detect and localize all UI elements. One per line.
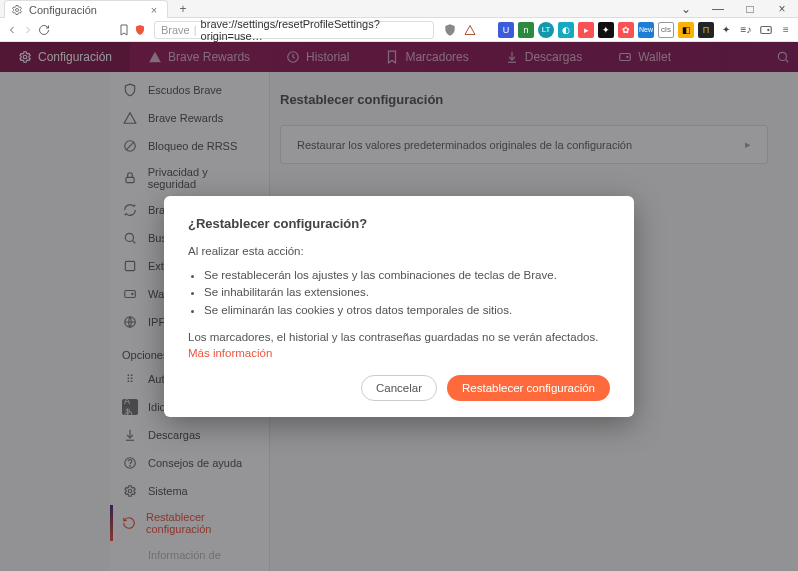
ext-icon[interactable]: LT bbox=[538, 22, 554, 38]
url-brand: Brave bbox=[161, 24, 190, 36]
dialog-bullets: Se restablecerán los ajustes y las combi… bbox=[188, 267, 610, 319]
wallet-icon[interactable] bbox=[758, 22, 774, 38]
url-path: brave://settings/resetProfileSettings?or… bbox=[201, 18, 427, 42]
ext-icon[interactable]: Π bbox=[698, 22, 714, 38]
puzzle-icon[interactable]: ✦ bbox=[718, 22, 734, 38]
cancel-button[interactable]: Cancelar bbox=[361, 375, 437, 401]
ext-icon[interactable]: n bbox=[518, 22, 534, 38]
new-tab-button[interactable]: + bbox=[174, 0, 192, 18]
menu-icon[interactable]: ≡ bbox=[778, 22, 794, 38]
back-button[interactable] bbox=[6, 21, 18, 39]
svg-rect-1 bbox=[761, 26, 772, 33]
browser-tab[interactable]: Configuración × bbox=[4, 0, 168, 18]
ext-icon[interactable]: ✿ bbox=[618, 22, 634, 38]
svg-point-0 bbox=[16, 8, 19, 11]
ext-icon[interactable]: cls bbox=[658, 22, 674, 38]
shield-icon[interactable] bbox=[134, 21, 146, 39]
svg-point-2 bbox=[768, 29, 769, 30]
reset-settings-dialog: ¿Restablecer configuración? Al realizar … bbox=[164, 196, 634, 417]
dialog-footer: Los marcadores, el historial y las contr… bbox=[188, 329, 610, 361]
ext-icon[interactable]: ◧ bbox=[678, 22, 694, 38]
confirm-reset-button[interactable]: Restablecer configuración bbox=[447, 375, 610, 401]
reload-button[interactable] bbox=[38, 21, 50, 39]
url-input[interactable]: Brave | brave://settings/resetProfileSet… bbox=[154, 21, 434, 39]
close-window-button[interactable]: × bbox=[766, 0, 798, 18]
close-tab-button[interactable]: × bbox=[147, 3, 161, 17]
triangle-icon[interactable] bbox=[462, 22, 478, 38]
forward-button[interactable] bbox=[22, 21, 34, 39]
playlist-icon[interactable]: ≡♪ bbox=[738, 22, 754, 38]
extension-icons: U n LT ◐ ▸ ✦ ✿ New cls ◧ Π ✦ ≡♪ ≡ bbox=[442, 22, 794, 38]
window-titlebar: Configuración × + ⌄ — □ × bbox=[0, 0, 798, 18]
caret-down-icon[interactable]: ⌄ bbox=[670, 0, 702, 18]
url-toolbar: Brave | brave://settings/resetProfileSet… bbox=[0, 18, 798, 42]
ext-icon[interactable]: New bbox=[638, 22, 654, 38]
brave-logo-icon[interactable] bbox=[442, 22, 458, 38]
tab-title: Configuración bbox=[29, 4, 97, 16]
more-info-link[interactable]: Más información bbox=[188, 347, 272, 359]
dialog-intro: Al realizar esta acción: bbox=[188, 243, 610, 259]
gear-icon bbox=[11, 4, 23, 16]
modal-overlay: ¿Restablecer configuración? Al realizar … bbox=[0, 42, 798, 571]
ext-icon[interactable]: ◐ bbox=[558, 22, 574, 38]
bookmark-icon[interactable] bbox=[118, 21, 130, 39]
minimize-button[interactable]: — bbox=[702, 0, 734, 18]
ext-icon[interactable]: U bbox=[498, 22, 514, 38]
dialog-title: ¿Restablecer configuración? bbox=[188, 216, 610, 231]
ext-icon[interactable]: ✦ bbox=[598, 22, 614, 38]
maximize-button[interactable]: □ bbox=[734, 0, 766, 18]
ext-icon[interactable]: ▸ bbox=[578, 22, 594, 38]
